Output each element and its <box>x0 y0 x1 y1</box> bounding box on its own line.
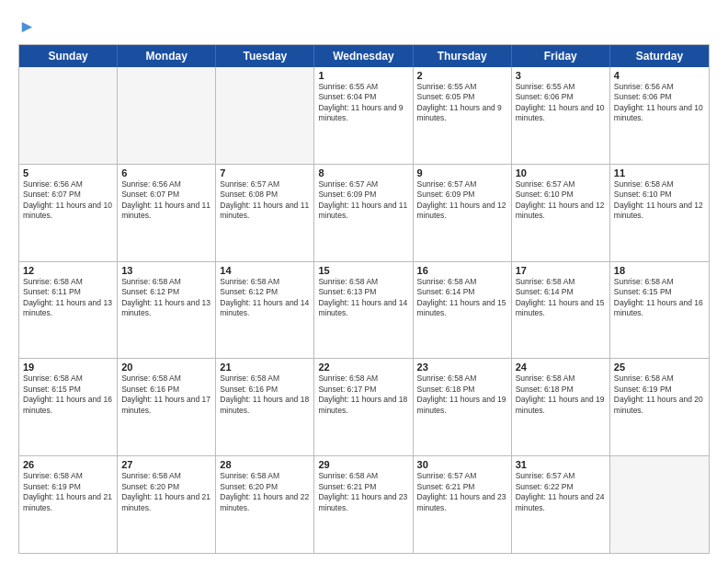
calendar-row-4: 26Sunrise: 6:58 AM Sunset: 6:19 PM Dayli… <box>19 455 709 553</box>
day-info: Sunrise: 6:58 AM Sunset: 6:14 PM Dayligh… <box>516 277 606 319</box>
calendar-day-18: 18Sunrise: 6:58 AM Sunset: 6:15 PM Dayli… <box>610 262 709 359</box>
day-number: 23 <box>417 362 507 373</box>
day-info: Sunrise: 6:58 AM Sunset: 6:14 PM Dayligh… <box>417 277 507 319</box>
day-info: Sunrise: 6:58 AM Sunset: 6:12 PM Dayligh… <box>121 277 211 319</box>
header-day-monday: Monday <box>118 45 216 67</box>
calendar-day-19: 19Sunrise: 6:58 AM Sunset: 6:15 PM Dayli… <box>19 359 118 455</box>
day-info: Sunrise: 6:58 AM Sunset: 6:18 PM Dayligh… <box>516 373 606 416</box>
calendar-day-13: 13Sunrise: 6:58 AM Sunset: 6:12 PM Dayli… <box>118 262 216 359</box>
calendar-day-31: 31Sunrise: 6:57 AM Sunset: 6:22 PM Dayli… <box>512 456 610 553</box>
calendar-day-3: 3Sunrise: 6:55 AM Sunset: 6:06 PM Daylig… <box>512 67 610 164</box>
day-number: 28 <box>220 459 310 470</box>
day-info: Sunrise: 6:57 AM Sunset: 6:22 PM Dayligh… <box>516 471 606 513</box>
calendar-day-11: 11Sunrise: 6:58 AM Sunset: 6:10 PM Dayli… <box>610 165 709 261</box>
calendar-empty-cell <box>19 67 118 164</box>
page: ► SundayMondayTuesdayWednesdayThursdayFr… <box>0 0 728 563</box>
day-info: Sunrise: 6:58 AM Sunset: 6:18 PM Dayligh… <box>417 373 507 416</box>
day-info: Sunrise: 6:58 AM Sunset: 6:12 PM Dayligh… <box>220 277 310 319</box>
logo-general: ► <box>18 17 36 37</box>
calendar-day-1: 1Sunrise: 6:55 AM Sunset: 6:04 PM Daylig… <box>314 67 413 164</box>
calendar-day-26: 26Sunrise: 6:58 AM Sunset: 6:19 PM Dayli… <box>19 456 118 553</box>
calendar-day-2: 2Sunrise: 6:55 AM Sunset: 6:05 PM Daylig… <box>414 67 512 164</box>
day-number: 20 <box>121 362 211 373</box>
day-number: 4 <box>614 70 705 81</box>
calendar-day-24: 24Sunrise: 6:58 AM Sunset: 6:18 PM Dayli… <box>512 359 610 455</box>
calendar-empty-cell <box>118 67 216 164</box>
day-info: Sunrise: 6:58 AM Sunset: 6:16 PM Dayligh… <box>121 373 211 416</box>
calendar-day-6: 6Sunrise: 6:56 AM Sunset: 6:07 PM Daylig… <box>118 165 216 261</box>
day-number: 10 <box>516 167 606 178</box>
calendar-day-30: 30Sunrise: 6:57 AM Sunset: 6:21 PM Dayli… <box>414 456 512 553</box>
day-number: 31 <box>516 459 606 470</box>
calendar: SundayMondayTuesdayWednesdayThursdayFrid… <box>18 44 710 554</box>
day-number: 25 <box>614 362 705 373</box>
day-number: 19 <box>23 362 113 373</box>
calendar-day-22: 22Sunrise: 6:58 AM Sunset: 6:17 PM Dayli… <box>314 359 413 455</box>
calendar-day-14: 14Sunrise: 6:58 AM Sunset: 6:12 PM Dayli… <box>216 262 314 359</box>
day-number: 3 <box>516 70 606 81</box>
calendar-row-1: 5Sunrise: 6:56 AM Sunset: 6:07 PM Daylig… <box>19 164 709 261</box>
day-info: Sunrise: 6:58 AM Sunset: 6:21 PM Dayligh… <box>318 471 408 513</box>
day-info: Sunrise: 6:58 AM Sunset: 6:10 PM Dayligh… <box>614 179 705 222</box>
calendar-day-15: 15Sunrise: 6:58 AM Sunset: 6:13 PM Dayli… <box>314 262 413 359</box>
day-number: 21 <box>220 362 310 373</box>
header-day-saturday: Saturday <box>610 45 709 67</box>
calendar-day-16: 16Sunrise: 6:58 AM Sunset: 6:14 PM Dayli… <box>414 262 512 359</box>
calendar-day-29: 29Sunrise: 6:58 AM Sunset: 6:21 PM Dayli… <box>314 456 413 553</box>
calendar-day-5: 5Sunrise: 6:56 AM Sunset: 6:07 PM Daylig… <box>19 165 118 261</box>
day-info: Sunrise: 6:57 AM Sunset: 6:21 PM Dayligh… <box>417 471 507 513</box>
day-info: Sunrise: 6:58 AM Sunset: 6:13 PM Dayligh… <box>318 277 408 319</box>
calendar-empty-cell <box>610 456 709 553</box>
calendar-day-8: 8Sunrise: 6:57 AM Sunset: 6:09 PM Daylig… <box>314 165 413 261</box>
day-number: 27 <box>121 459 211 470</box>
logo: ► <box>18 17 36 37</box>
calendar-day-4: 4Sunrise: 6:56 AM Sunset: 6:06 PM Daylig… <box>610 67 709 164</box>
day-number: 15 <box>318 265 408 276</box>
day-number: 22 <box>318 362 408 373</box>
day-number: 2 <box>417 70 507 81</box>
day-info: Sunrise: 6:58 AM Sunset: 6:19 PM Dayligh… <box>614 373 705 416</box>
day-info: Sunrise: 6:55 AM Sunset: 6:05 PM Dayligh… <box>417 82 507 124</box>
day-info: Sunrise: 6:56 AM Sunset: 6:06 PM Dayligh… <box>614 82 705 124</box>
day-number: 8 <box>318 167 408 178</box>
day-info: Sunrise: 6:58 AM Sunset: 6:16 PM Dayligh… <box>220 373 310 416</box>
day-number: 9 <box>417 167 507 178</box>
header-day-friday: Friday <box>512 45 610 67</box>
day-number: 14 <box>220 265 310 276</box>
header: ► <box>18 17 710 37</box>
day-number: 1 <box>318 70 408 81</box>
day-info: Sunrise: 6:58 AM Sunset: 6:20 PM Dayligh… <box>121 471 211 513</box>
day-number: 5 <box>23 167 113 178</box>
calendar-day-20: 20Sunrise: 6:58 AM Sunset: 6:16 PM Dayli… <box>118 359 216 455</box>
day-info: Sunrise: 6:58 AM Sunset: 6:15 PM Dayligh… <box>614 277 705 319</box>
day-number: 17 <box>516 265 606 276</box>
calendar-row-3: 19Sunrise: 6:58 AM Sunset: 6:15 PM Dayli… <box>19 358 709 455</box>
day-number: 11 <box>614 167 705 178</box>
day-number: 7 <box>220 167 310 178</box>
calendar-row-2: 12Sunrise: 6:58 AM Sunset: 6:11 PM Dayli… <box>19 261 709 359</box>
calendar-empty-cell <box>216 67 314 164</box>
day-number: 24 <box>516 362 606 373</box>
header-day-thursday: Thursday <box>414 45 512 67</box>
calendar-day-28: 28Sunrise: 6:58 AM Sunset: 6:20 PM Dayli… <box>216 456 314 553</box>
calendar-body: 1Sunrise: 6:55 AM Sunset: 6:04 PM Daylig… <box>19 67 709 553</box>
day-info: Sunrise: 6:58 AM Sunset: 6:19 PM Dayligh… <box>23 471 113 513</box>
day-number: 29 <box>318 459 408 470</box>
day-number: 30 <box>417 459 507 470</box>
day-number: 13 <box>121 265 211 276</box>
day-number: 26 <box>23 459 113 470</box>
calendar-day-25: 25Sunrise: 6:58 AM Sunset: 6:19 PM Dayli… <box>610 359 709 455</box>
calendar-day-21: 21Sunrise: 6:58 AM Sunset: 6:16 PM Dayli… <box>216 359 314 455</box>
header-day-wednesday: Wednesday <box>314 45 413 67</box>
header-day-tuesday: Tuesday <box>216 45 314 67</box>
day-info: Sunrise: 6:57 AM Sunset: 6:09 PM Dayligh… <box>318 179 408 222</box>
day-info: Sunrise: 6:55 AM Sunset: 6:06 PM Dayligh… <box>516 82 606 124</box>
calendar-header: SundayMondayTuesdayWednesdayThursdayFrid… <box>19 45 709 67</box>
calendar-day-9: 9Sunrise: 6:57 AM Sunset: 6:09 PM Daylig… <box>414 165 512 261</box>
day-number: 12 <box>23 265 113 276</box>
day-number: 6 <box>121 167 211 178</box>
day-info: Sunrise: 6:56 AM Sunset: 6:07 PM Dayligh… <box>23 179 113 222</box>
day-info: Sunrise: 6:58 AM Sunset: 6:15 PM Dayligh… <box>23 373 113 416</box>
calendar-day-23: 23Sunrise: 6:58 AM Sunset: 6:18 PM Dayli… <box>414 359 512 455</box>
day-number: 18 <box>614 265 705 276</box>
